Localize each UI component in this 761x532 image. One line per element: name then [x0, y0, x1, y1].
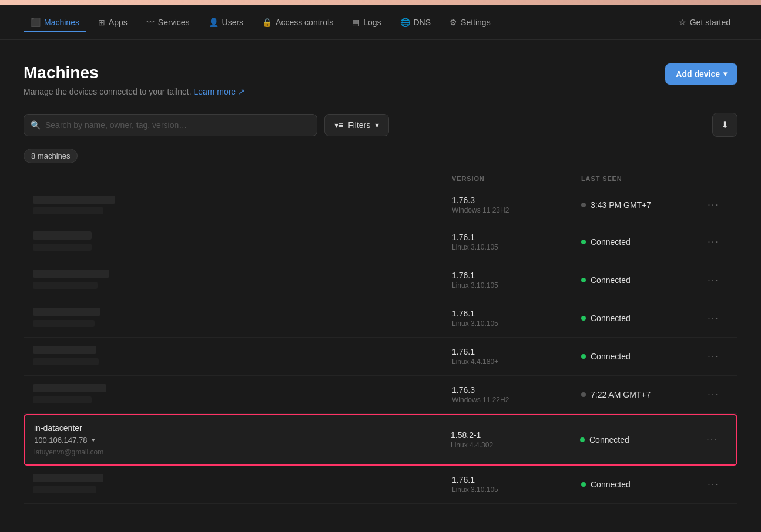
lastseen-cell: Connected [580, 435, 698, 445]
version-cell: 1.76.1 Linux 4.4.180+ [452, 347, 581, 366]
table-row[interactable]: 1.76.3 Windows 11 22H2 7:22 AM GMT+7 ··· [24, 376, 737, 414]
machine-owner: latuyenvn@gmail.com [34, 448, 103, 456]
table-row[interactable]: 1.76.1 Linux 3.10.105 Connected ··· [24, 299, 737, 338]
machine-ip-blurred [33, 486, 96, 493]
version-cell: 1.76.3 Windows 11 23H2 [452, 196, 581, 214]
filters-button[interactable]: ▾≡ Filters ▾ [324, 114, 389, 136]
add-device-button[interactable]: Add device ▾ [665, 63, 737, 85]
table-row[interactable]: 1.76.3 Windows 11 23H2 3:43 PM GMT+7 ··· [24, 187, 737, 223]
machine-ip-blurred [33, 282, 98, 289]
version-cell: 1.58.2-1 Linux 4.4.302+ [451, 430, 580, 449]
machine-ip: 100.106.147.78 [34, 436, 87, 445]
filter-icon: ▾≡ [334, 120, 343, 130]
header-actions: Add device ▾ [665, 63, 737, 85]
services-icon: 〰 [146, 18, 155, 27]
nav-access-controls[interactable]: 🔒 Access controls [255, 13, 340, 32]
machine-name-cell [33, 308, 452, 329]
more-options-button[interactable]: ··· [699, 349, 728, 364]
table-row-highlighted[interactable]: in-datacenter 100.106.147.78 ▾ latuyenvn… [24, 414, 737, 466]
table-row[interactable]: 1.76.1 Linux 4.4.180+ Connected ··· [24, 338, 737, 376]
machines-icon: ⬛ [31, 18, 41, 27]
nav-apps[interactable]: ⊞ Apps [91, 13, 135, 32]
machine-name-cell [33, 346, 452, 367]
page-title: Machines [24, 63, 737, 82]
machine-ip-blurred [33, 244, 92, 251]
users-icon: 👤 [209, 18, 219, 27]
filters-chevron-icon: ▾ [375, 120, 379, 130]
machine-name-blurred [33, 474, 103, 482]
learn-more-link[interactable]: Learn more ↗ [194, 87, 245, 96]
status-dot [581, 354, 586, 359]
machine-name-blurred [33, 346, 96, 354]
lastseen-cell: Connected [581, 480, 699, 489]
lastseen-cell: Connected [581, 352, 699, 361]
machine-name-blurred [33, 270, 109, 278]
machine-name-cell [33, 270, 452, 291]
table-row[interactable]: 1.76.1 Linux 3.10.105 Connected ··· [24, 223, 737, 261]
nav-services[interactable]: 〰 Services [139, 13, 197, 32]
lastseen-cell: 7:22 AM GMT+7 [581, 390, 699, 399]
download-icon: ⬇ [721, 119, 729, 130]
machine-name: in-datacenter [34, 423, 82, 433]
nav-settings[interactable]: ⚙ Settings [442, 13, 498, 32]
machine-name-cell [33, 231, 452, 252]
star-icon: ☆ [679, 18, 686, 27]
nav-logs[interactable]: ▤ Logs [345, 13, 388, 32]
logs-icon: ▤ [352, 18, 360, 27]
more-options-button[interactable]: ··· [699, 311, 728, 326]
search-icon: 🔍 [31, 120, 41, 130]
lastseen-cell: Connected [581, 275, 699, 285]
table-row[interactable]: 1.76.1 Linux 3.10.105 Connected ··· [24, 261, 737, 299]
nav-machines[interactable]: ⬛ Machines [24, 13, 86, 32]
status-dot [581, 203, 586, 207]
more-options-button[interactable]: ··· [699, 197, 728, 213]
dns-icon: 🌐 [400, 18, 410, 27]
machine-name-cell [33, 196, 452, 214]
col-header-actions [699, 175, 728, 182]
lastseen-cell: Connected [581, 237, 699, 247]
machine-ip-blurred [33, 396, 92, 403]
more-options-button[interactable]: ··· [699, 272, 728, 288]
version-cell: 1.76.1 Linux 3.10.105 [452, 475, 581, 494]
more-options-button[interactable]: ··· [699, 477, 728, 492]
settings-icon: ⚙ [450, 18, 457, 27]
nav-users[interactable]: 👤 Users [202, 13, 251, 32]
chevron-down-icon: ▾ [723, 70, 727, 78]
toolbar: 🔍 ▾≡ Filters ▾ ⬇ [24, 113, 737, 137]
main-content: Add device ▾ Machines Manage the devices… [0, 40, 761, 527]
page-subtitle: Manage the devices connected to your tai… [24, 87, 737, 96]
machine-ip-blurred [33, 207, 103, 214]
navigation: ⬛ Machines ⊞ Apps 〰 Services 👤 Users 🔒 A… [0, 5, 761, 40]
download-button[interactable]: ⬇ [712, 113, 737, 137]
status-dot [581, 240, 586, 244]
lock-icon: 🔒 [262, 18, 272, 27]
nav-dns[interactable]: 🌐 DNS [393, 13, 438, 32]
status-dot [581, 316, 586, 321]
status-dot [581, 278, 586, 282]
machine-name-cell [33, 474, 452, 495]
ip-chevron-icon: ▾ [92, 436, 95, 444]
version-cell: 1.76.1 Linux 3.10.105 [452, 233, 581, 251]
status-dot [580, 437, 585, 442]
machine-name-blurred [33, 231, 92, 240]
more-options-button[interactable]: ··· [698, 432, 727, 447]
table-row[interactable]: 1.76.1 Linux 3.10.105 Connected ··· [24, 466, 737, 504]
machine-name-blurred [33, 196, 115, 204]
more-options-button[interactable]: ··· [699, 234, 728, 250]
version-cell: 1.76.3 Windows 11 22H2 [452, 385, 581, 404]
status-dot [581, 392, 586, 397]
lastseen-cell: Connected [581, 314, 699, 323]
machine-name-cell [33, 384, 452, 405]
get-started-button[interactable]: ☆ Get started [672, 13, 737, 32]
version-cell: 1.76.1 Linux 3.10.105 [452, 271, 581, 289]
machine-ip-blurred [33, 320, 95, 327]
lastseen-cell: 3:43 PM GMT+7 [581, 200, 699, 210]
top-strip [0, 0, 761, 5]
more-options-button[interactable]: ··· [699, 387, 728, 402]
col-header-lastseen: LAST SEEN [581, 175, 699, 182]
machine-ip-blurred [33, 358, 99, 365]
col-header-name [33, 175, 452, 182]
table-header: VERSION LAST SEEN [24, 175, 737, 187]
search-input[interactable] [24, 114, 317, 136]
machine-name-blurred [33, 384, 106, 392]
